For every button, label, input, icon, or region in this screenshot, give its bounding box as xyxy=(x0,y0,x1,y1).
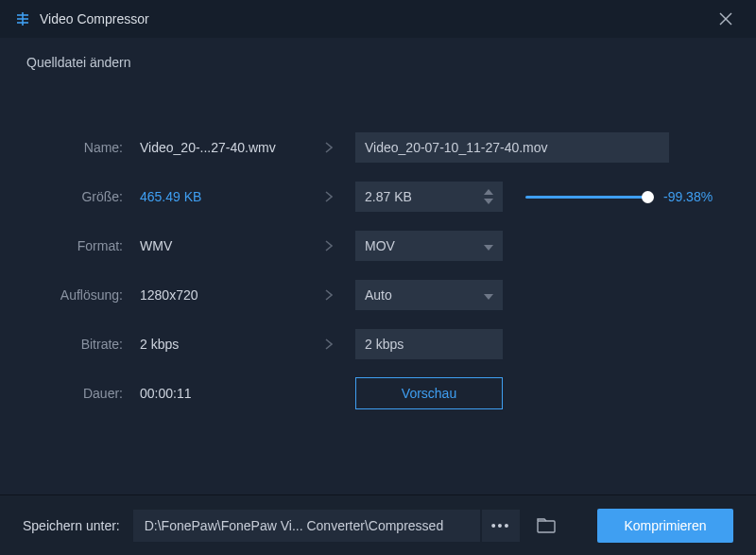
slider-thumb[interactable] xyxy=(642,191,654,203)
original-format: WMV xyxy=(136,238,302,253)
row-bitrate: Bitrate: 2 kbps 2 kbps xyxy=(38,320,718,369)
row-format: Format: WMV MOV xyxy=(38,221,718,270)
change-source-link[interactable]: Quelldatei ändern xyxy=(0,38,756,70)
row-size: Größe: 465.49 KB 2.87 KB -99.38% xyxy=(38,172,718,221)
arrow-icon xyxy=(302,239,355,252)
form-area: Name: Video_20-...27-40.wmv Größe: 465.4… xyxy=(0,70,756,494)
stepper-down-icon[interactable] xyxy=(484,197,493,206)
target-size-stepper[interactable]: 2.87 KB xyxy=(355,182,503,212)
resolution-dropdown[interactable]: Auto xyxy=(355,280,503,310)
row-name: Name: Video_20-...27-40.wmv xyxy=(38,123,718,172)
label-duration: Dauer: xyxy=(38,386,136,401)
size-slider-area: -99.38% xyxy=(525,189,718,204)
bitrate-value: 2 kbps xyxy=(365,337,404,352)
target-name-field[interactable] xyxy=(365,140,660,155)
resolution-value: Auto xyxy=(365,287,392,303)
bitrate-field[interactable]: 2 kbps xyxy=(355,329,503,359)
row-duration: Dauer: 00:00:11 Vorschau xyxy=(38,369,718,418)
titlebar: Video Compressor xyxy=(0,0,756,38)
original-duration: 00:00:11 xyxy=(136,386,302,401)
stepper-up-icon[interactable] xyxy=(484,187,493,197)
svg-marker-9 xyxy=(484,294,493,300)
chevron-down-icon xyxy=(484,287,493,303)
close-button[interactable] xyxy=(711,4,741,34)
target-size-value: 2.87 KB xyxy=(365,189,412,204)
stepper-arrows[interactable] xyxy=(484,187,493,206)
format-value: MOV xyxy=(365,238,395,253)
svg-marker-8 xyxy=(484,245,493,251)
browse-path-button[interactable]: ••• xyxy=(482,510,520,542)
chevron-down-icon xyxy=(484,238,493,253)
label-name: Name: xyxy=(38,140,136,155)
original-size: 465.49 KB xyxy=(136,189,302,204)
svg-rect-10 xyxy=(538,521,555,532)
reduction-percent: -99.38% xyxy=(663,189,713,204)
app-title: Video Compressor xyxy=(40,11,149,26)
svg-marker-6 xyxy=(484,189,493,195)
label-size: Größe: xyxy=(38,189,136,204)
format-dropdown[interactable]: MOV xyxy=(355,231,503,261)
label-bitrate: Bitrate: xyxy=(38,337,136,352)
arrow-icon xyxy=(302,288,355,302)
original-resolution: 1280x720 xyxy=(136,287,302,303)
size-slider[interactable] xyxy=(525,196,648,199)
save-under-label: Speichern unter: xyxy=(23,518,120,533)
save-path-box[interactable]: D:\FonePaw\FonePaw Vi... Converter\Compr… xyxy=(133,510,480,542)
label-resolution: Auflösung: xyxy=(38,287,136,303)
arrow-icon xyxy=(302,190,355,203)
target-name-input[interactable] xyxy=(355,132,669,163)
arrow-icon xyxy=(302,141,355,154)
app-icon xyxy=(15,11,30,26)
footer: Speichern unter: D:\FonePaw\FonePaw Vi..… xyxy=(0,494,756,555)
original-name: Video_20-...27-40.wmv xyxy=(136,140,302,155)
preview-button[interactable]: Vorschau xyxy=(355,377,503,409)
arrow-icon xyxy=(302,338,355,351)
open-folder-button[interactable] xyxy=(529,510,563,542)
compress-button[interactable]: Komprimieren xyxy=(597,509,733,543)
label-format: Format: xyxy=(38,238,136,253)
save-path-text: D:\FonePaw\FonePaw Vi... Converter\Compr… xyxy=(145,518,443,533)
svg-marker-7 xyxy=(484,199,493,204)
row-resolution: Auflösung: 1280x720 Auto xyxy=(38,270,718,320)
original-bitrate: 2 kbps xyxy=(136,337,302,352)
